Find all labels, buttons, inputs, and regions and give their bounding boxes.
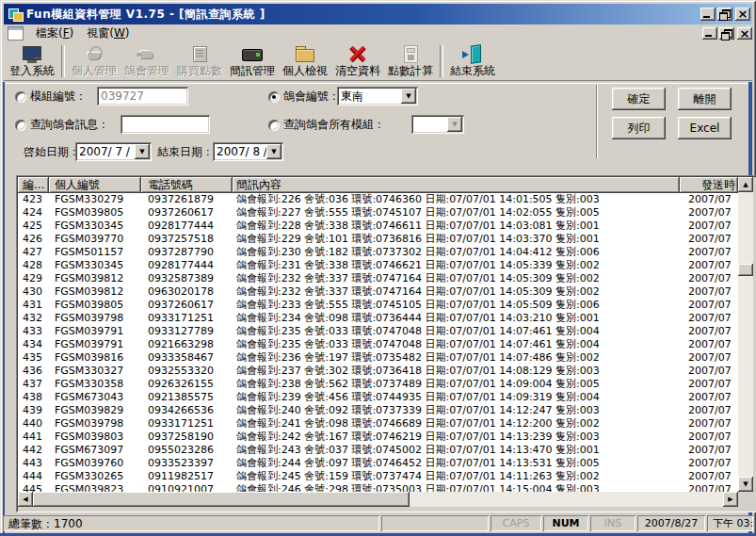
table-cell: FGSM330345: [49, 219, 141, 233]
table-row[interactable]: 445FGSM0398230910921007鴿會報到:246 舍號:298 環…: [18, 483, 738, 492]
points-calc-button[interactable]: 點數計算: [384, 43, 437, 80]
sms-manage-button[interactable]: 簡訊管理: [226, 43, 279, 80]
table-row[interactable]: 439FGSM0398290934266536鴿會報到:240 舍號:092 環…: [18, 404, 738, 417]
table-row[interactable]: 440FGSM0397980933171251鴿會報到:241 舍號:098 環…: [18, 417, 738, 430]
table-cell: 鴿會報到:241 舍號:098 環號:0746689 日期:07/07/01 1…: [233, 417, 680, 430]
restore-icon[interactable]: [717, 8, 732, 21]
table-row[interactable]: 437FGSM3303580926326155鴿會報到:238 舍號:562 環…: [18, 378, 738, 391]
table-cell: 0928177444: [141, 259, 233, 272]
person-view-button[interactable]: 個人檢視: [279, 43, 331, 80]
vertical-scroll-thumb[interactable]: [738, 264, 753, 276]
table-row[interactable]: 436FGSM3303270932553320鴿會報到:237 舍號:302 環…: [18, 365, 738, 378]
window-title: Fun模組資料管理 V1.75 - [簡訊查詢系統 ]: [26, 7, 265, 23]
table-cell: 424: [18, 206, 49, 219]
scroll-left-icon[interactable]: ◀: [18, 492, 33, 507]
exit-system-button[interactable]: 結束系統: [446, 43, 499, 80]
exit-system-icon: [460, 44, 485, 64]
excel-button[interactable]: Excel: [678, 117, 732, 139]
table-cell: FGSM330345: [49, 259, 141, 272]
table-row[interactable]: 428FGSM3303450928177444鴿會報到:231 舍號:338 環…: [18, 259, 738, 272]
table-row[interactable]: 443FGSM0397600933523397鴿會報到:244 舍號:097 環…: [18, 457, 738, 470]
table-row[interactable]: 423FGSM3302790937261879鴿會報到:226 舍號:036 環…: [18, 193, 738, 206]
close-icon[interactable]: [735, 8, 750, 21]
table-row[interactable]: 441FGSM0398030937258190鴿會報到:242 舍號:167 環…: [18, 430, 738, 444]
login-system-button[interactable]: 登入系統: [6, 43, 58, 80]
start-date-select[interactable]: 2007/ 7 / 1 ▼: [75, 142, 152, 161]
table-row[interactable]: 433FGSM0397910933127789鴿會報到:235 舍號:033 環…: [18, 325, 738, 338]
table-cell: 鴿會報到:243 舍號:037 環號:0745002 日期:07/07/01 1…: [233, 444, 680, 457]
leave-button[interactable]: 離開: [678, 88, 732, 110]
club-number-select[interactable]: 東南 ▼: [337, 87, 418, 106]
title-bar[interactable]: Fun模組資料管理 V1.75 - [簡訊查詢系統 ]: [4, 4, 752, 24]
grid-header-row: 編...個人編號電話號碼簡訊內容發送時: [18, 177, 738, 193]
table-cell: 2007/07: [680, 272, 738, 285]
scroll-up-icon[interactable]: ▲: [738, 177, 753, 192]
table-row[interactable]: 435FGSM0398160933358467鴿會報到:236 舍號:197 環…: [18, 351, 738, 365]
table-cell: 0937257518: [141, 233, 233, 246]
table-row[interactable]: 430FGSM0398120963020178鴿會報到:232 舍號:337 環…: [18, 285, 738, 299]
horizontal-scrollbar[interactable]: ◀ ▶: [18, 492, 738, 507]
mdi-restore-icon[interactable]: [719, 27, 734, 40]
chevron-down-icon[interactable]: ▼: [447, 117, 462, 132]
table-cell: 436: [18, 365, 49, 378]
column-header[interactable]: 編...: [18, 177, 49, 193]
table-row[interactable]: 442FGSM6730970955023286鴿會報到:243 舍號:037 環…: [18, 444, 738, 457]
scroll-right-icon[interactable]: ▶: [723, 492, 738, 507]
table-row[interactable]: 434FGSM0397910921663298鴿會報到:235 舍號:033 環…: [18, 338, 738, 351]
chevron-down-icon[interactable]: ▼: [266, 144, 281, 159]
minimize-icon[interactable]: [700, 8, 716, 21]
form-divider: [596, 85, 598, 158]
table-cell: 0910921007: [141, 483, 233, 492]
table-cell: 2007/07: [680, 312, 738, 325]
clear-data-button[interactable]: 清空資料: [331, 43, 384, 80]
table-row[interactable]: 425FGSM3303450928177444鴿會報到:228 舍號:338 環…: [18, 219, 738, 233]
table-cell: 鴿會報到:237 舍號:302 環號:0736418 日期:07/07/01 1…: [233, 365, 680, 378]
mdi-minimize-icon[interactable]: [702, 27, 717, 40]
table-row[interactable]: 431FGSM0398050937260617鴿會報到:233 舍號:555 環…: [18, 299, 738, 312]
start-date-label: 啓始日期：: [24, 142, 80, 161]
table-cell: 0928177444: [141, 219, 233, 233]
all-modules-radio[interactable]: [268, 120, 280, 131]
club-message-input[interactable]: [121, 115, 210, 134]
menu-item[interactable]: 視窗(W): [80, 24, 136, 43]
club-message-radio[interactable]: [15, 120, 26, 131]
vertical-scrollbar[interactable]: ▲ ▼: [738, 177, 753, 492]
table-row[interactable]: 426FGSM0397700937257518鴿會報到:229 舍號:101 環…: [18, 233, 738, 246]
horizontal-scroll-thumb[interactable]: [33, 492, 410, 507]
column-header[interactable]: 簡訊內容: [233, 177, 680, 193]
chevron-down-icon[interactable]: ▼: [135, 144, 150, 159]
grid-body: 423FGSM3302790937261879鴿會報到:226 舍號:036 環…: [18, 193, 738, 492]
column-header[interactable]: 電話號碼: [141, 177, 233, 193]
table-cell: 2007/07: [680, 219, 738, 233]
club-number-radio[interactable]: [268, 91, 280, 103]
table-row[interactable]: 424FGSM0398050937260617鴿會報到:227 舍號:555 環…: [18, 206, 738, 219]
table-row[interactable]: 444FGSM3302650911982517鴿會報到:245 舍號:159 環…: [18, 470, 738, 483]
table-cell: 2007/07: [680, 378, 738, 391]
module-number-input[interactable]: 039727: [97, 87, 188, 106]
table-cell: 444: [18, 470, 49, 483]
table-cell: 2007/07: [680, 444, 738, 457]
mdi-close-icon[interactable]: [737, 27, 752, 40]
print-button[interactable]: 列印: [612, 117, 666, 139]
table-cell: 2007/07: [680, 391, 738, 404]
all-modules-select[interactable]: ▼: [411, 115, 464, 134]
table-row[interactable]: 432FGSM0397980933171251鴿會報到:234 舍號:098 環…: [18, 312, 738, 325]
table-cell: 2007/07: [680, 285, 738, 299]
table-cell: FGSM039803: [49, 430, 141, 444]
menu-item[interactable]: 檔案(F): [29, 24, 80, 43]
column-header[interactable]: 個人編號: [49, 177, 141, 193]
mdi-frame-left: [3, 82, 5, 533]
table-cell: 0937261879: [141, 193, 233, 206]
end-date-select[interactable]: 2007/ 8 /27 ▼: [213, 142, 283, 161]
chevron-down-icon[interactable]: ▼: [401, 89, 416, 104]
table-cell: 2007/07: [680, 404, 738, 417]
table-row[interactable]: 429FGSM0398120932587389鴿會報到:232 舍號:337 環…: [18, 272, 738, 285]
table-cell: 鴿會報到:234 舍號:098 環號:0736444 日期:07/07/01 1…: [233, 312, 680, 325]
ok-button[interactable]: 確定: [612, 88, 666, 110]
mdi-child-icon[interactable]: [8, 26, 24, 41]
table-row[interactable]: 438FGSM6730430921385575鴿會報到:239 舍號:456 環…: [18, 391, 738, 404]
table-row[interactable]: 427FGSM5011570937287790鴿會報到:230 舍號:182 環…: [18, 246, 738, 259]
module-number-radio[interactable]: [15, 91, 26, 103]
column-header[interactable]: 發送時: [680, 177, 738, 193]
scroll-down-icon[interactable]: ▼: [738, 477, 753, 492]
